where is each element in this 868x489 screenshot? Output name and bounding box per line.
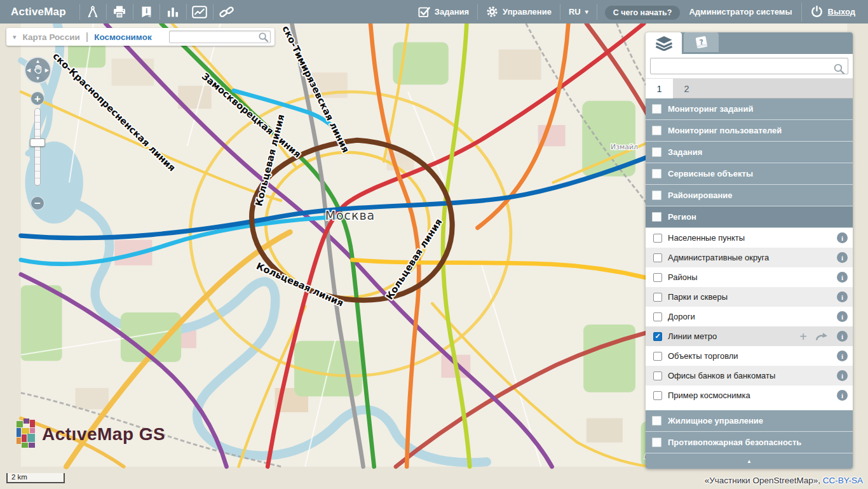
layer-row-obekty-torgovli[interactable]: Объекты торговли i	[646, 346, 853, 366]
map-canvas[interactable]: ско-Краснопресненская линия Замоскворецк…	[0, 23, 868, 489]
layers-icon	[654, 36, 674, 51]
layer-group-zadaniya[interactable]: Задания	[646, 142, 853, 163]
search-icon[interactable]	[258, 32, 269, 45]
layer-group-label: Районирование	[668, 191, 733, 200]
add-icon[interactable]: +	[799, 330, 807, 343]
baselayer-map-option[interactable]: Карта России	[23, 32, 80, 42]
reference-book-icon: i	[140, 6, 153, 18]
layer-group-label: Мониторинг заданий	[668, 104, 753, 114]
reference-button[interactable]: i	[133, 0, 159, 23]
power-icon	[810, 5, 824, 18]
layer-group-monitoring-polzovateley[interactable]: Мониторинг пользователей	[646, 120, 853, 142]
tab-layers[interactable]	[646, 32, 682, 54]
zoom-in-button[interactable]: +	[31, 91, 44, 105]
info-icon[interactable]: i	[837, 272, 848, 283]
logout-button[interactable]: Выход	[802, 5, 868, 18]
tasks-menu-button[interactable]: Задания	[410, 6, 477, 18]
search-icon[interactable]	[833, 63, 845, 77]
link-icon	[219, 5, 234, 19]
layer-row-naselennye-punkty[interactable]: Населенные пункты i	[646, 228, 853, 248]
layer-row-administrativnye-okruga[interactable]: Административные округа i	[646, 248, 853, 267]
zoom-slider[interactable]	[34, 108, 41, 186]
license-link[interactable]: CC-BY-SA	[823, 476, 863, 485]
checkbox[interactable]	[652, 169, 661, 178]
panel-tabs: ?	[646, 32, 853, 54]
chevron-down-icon[interactable]: ▾	[13, 33, 17, 41]
language-selector[interactable]: RU ▾	[560, 7, 597, 17]
layer-group-servisnye-obekty[interactable]: Сервисные объекты	[646, 163, 853, 185]
info-icon[interactable]: i	[837, 252, 848, 263]
measure-tool-button[interactable]	[80, 0, 106, 23]
checkbox[interactable]	[653, 273, 662, 282]
checkbox[interactable]	[653, 312, 662, 321]
checkbox[interactable]	[652, 438, 661, 447]
info-icon[interactable]: i	[837, 370, 848, 381]
print-button[interactable]	[107, 0, 133, 23]
statistics-button[interactable]	[160, 0, 186, 23]
panel-collapse-button[interactable]: ▲	[646, 453, 853, 469]
panel-gap	[646, 405, 853, 410]
page-tab-1[interactable]: 1	[646, 79, 673, 98]
checkbox[interactable]	[653, 391, 662, 400]
pan-left-icon[interactable]: ◀	[27, 68, 31, 73]
layer-row-linii-metro[interactable]: ✓ Линии метро + i	[646, 326, 853, 346]
current-user[interactable]: Администратор системы	[682, 7, 801, 17]
layer-row-primer-kosmosnimka[interactable]: Пример космоснимка i	[646, 385, 853, 405]
layers-search-input[interactable]	[650, 58, 848, 74]
layer-group-region[interactable]: Регион	[646, 206, 853, 228]
info-icon[interactable]: i	[837, 351, 848, 361]
checkbox[interactable]	[652, 147, 661, 157]
layer-group-zhilishchnoe-upravlenie[interactable]: Жилищное управление	[646, 410, 853, 432]
baselayer-satellite-option[interactable]: Космоснимок	[94, 32, 151, 42]
layer-group-monitoring-zadaniy[interactable]: Мониторинг заданий	[646, 98, 853, 120]
zoom-out-button[interactable]: −	[31, 196, 44, 210]
layer-label: Населенные пункты	[668, 233, 745, 243]
layer-row-rayony[interactable]: Районы i	[646, 267, 853, 287]
layer-group-label: Регион	[668, 212, 696, 222]
checkbox[interactable]	[652, 104, 661, 114]
checkbox[interactable]	[653, 253, 662, 262]
layer-group-protivopozharnaya[interactable]: Противопожарная безопасность	[646, 432, 853, 453]
checkbox[interactable]	[653, 352, 662, 361]
collapse-arrow-icon: ▲	[747, 459, 752, 464]
checkbox[interactable]	[652, 212, 661, 222]
layer-row-ofisy-bankov[interactable]: Офисы банков и банкоматы i	[646, 366, 853, 385]
tab-legend[interactable]: ?	[684, 32, 719, 52]
checkbox-checked[interactable]: ✓	[653, 332, 662, 341]
reports-button[interactable]	[187, 0, 213, 23]
map-search-input[interactable]	[169, 30, 271, 43]
pan-control[interactable]: ▲ ▼ ◀ ▶	[24, 57, 51, 84]
layer-group-rayonirovanie[interactable]: Районирование	[646, 185, 853, 206]
city-label: Москва	[325, 208, 376, 222]
pan-down-icon[interactable]: ▼	[36, 76, 41, 81]
scale-bar: 2 km	[6, 473, 65, 483]
panel-pages: 1 2	[646, 79, 853, 98]
page-tab-2[interactable]: 2	[673, 79, 700, 98]
info-icon[interactable]: i	[837, 232, 848, 243]
share-link-button[interactable]	[214, 0, 240, 23]
info-icon[interactable]: i	[837, 291, 848, 302]
info-icon[interactable]: i	[837, 311, 848, 322]
checkbox[interactable]	[653, 372, 662, 380]
pan-right-icon[interactable]: ▶	[45, 68, 49, 73]
layer-label: Административные округа	[668, 253, 769, 262]
checkbox[interactable]	[653, 293, 662, 302]
get-started-button[interactable]: С чего начать?	[605, 6, 681, 20]
checkbox[interactable]	[653, 234, 662, 243]
redo-arrow-icon[interactable]	[815, 332, 828, 341]
info-icon[interactable]: i	[837, 331, 848, 342]
layer-row-parki-i-skvery[interactable]: Парки и скверы i	[646, 287, 853, 307]
checkbox[interactable]	[652, 191, 661, 200]
layer-label: Парки и скверы	[668, 292, 728, 302]
activemap-mosaic-icon	[17, 417, 37, 451]
info-icon[interactable]: i	[837, 390, 848, 401]
checkbox[interactable]	[652, 416, 661, 425]
layer-group-label: Жилищное управление	[668, 416, 763, 425]
line-chart-icon	[192, 6, 207, 18]
layer-group-label: Противопожарная безопасность	[668, 438, 801, 447]
zoom-slider-handle[interactable]	[30, 138, 45, 147]
layer-row-dorogi[interactable]: Дороги i	[646, 307, 853, 326]
checkbox[interactable]	[652, 126, 661, 135]
layer-label: Дороги	[668, 312, 695, 321]
management-menu-button[interactable]: Управление	[478, 6, 560, 18]
